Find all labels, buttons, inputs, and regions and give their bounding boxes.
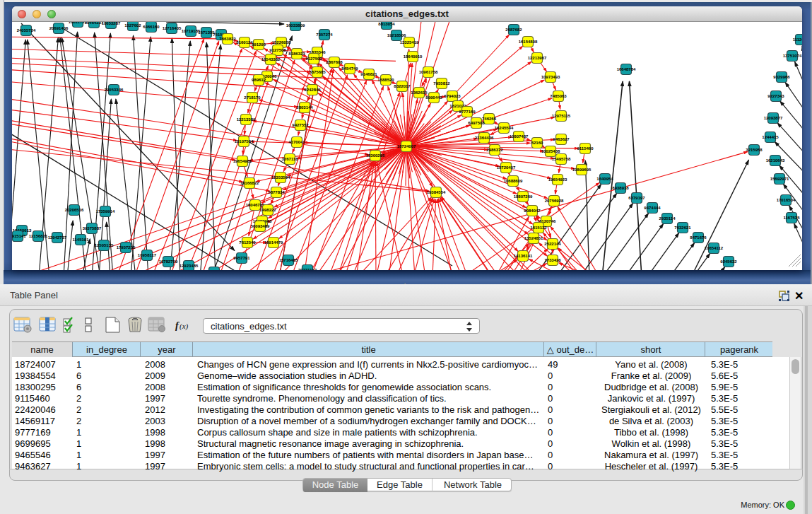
svg-text:19218506: 19218506 (387, 33, 406, 37)
svg-text:6497508: 6497508 (468, 121, 485, 125)
svg-text:8454749: 8454749 (341, 66, 358, 71)
svg-text:6466160: 6466160 (143, 25, 160, 29)
svg-text:9084047: 9084047 (524, 209, 541, 213)
svg-text:9227343: 9227343 (767, 94, 784, 98)
svg-text:2687682: 2687682 (505, 28, 522, 32)
svg-text:20756928: 20756928 (545, 199, 564, 203)
svg-text:7663822: 7663822 (219, 37, 236, 41)
svg-text:15720407: 15720407 (497, 165, 516, 170)
svg-text:1145191: 1145191 (72, 238, 89, 242)
svg-text:16046785: 16046785 (246, 203, 265, 207)
svg-text:16210643: 16210643 (766, 158, 785, 163)
svg-text:10025438: 10025438 (541, 149, 560, 153)
svg-text:16245544: 16245544 (495, 126, 514, 130)
svg-text:10107564: 10107564 (235, 139, 254, 144)
svg-text:9245632: 9245632 (720, 259, 737, 264)
svg-text:1640954: 1640954 (596, 177, 613, 181)
svg-text:18724007: 18724007 (397, 144, 416, 148)
svg-text:891295: 891295 (252, 42, 266, 47)
svg-text:9127508: 9127508 (269, 48, 286, 52)
svg-text:6379197: 6379197 (628, 196, 645, 200)
svg-text:9457791: 9457791 (233, 256, 250, 260)
svg-text:16033809: 16033809 (286, 23, 305, 28)
svg-text:62160: 62160 (531, 141, 543, 145)
svg-text:12353594: 12353594 (271, 175, 290, 180)
svg-text:15716485: 15716485 (279, 258, 298, 262)
svg-text:9242845: 9242845 (304, 88, 321, 92)
svg-text:1112413: 1112413 (793, 37, 802, 42)
svg-text:18807269: 18807269 (514, 194, 533, 199)
svg-text:1167535: 1167535 (783, 216, 800, 220)
svg-text:2867608: 2867608 (326, 60, 343, 64)
svg-text:3915141: 3915141 (12, 234, 26, 238)
svg-text:17359914: 17359914 (96, 209, 115, 214)
svg-text:9777169: 9777169 (459, 110, 476, 114)
svg-text:989612: 989612 (252, 78, 266, 82)
svg-text:21364436: 21364436 (475, 136, 494, 140)
svg-text:13524851: 13524851 (524, 236, 543, 240)
svg-text:10961758: 10961758 (419, 70, 438, 74)
svg-text:12942737: 12942737 (48, 235, 67, 240)
svg-text:7632621: 7632621 (674, 226, 691, 230)
svg-text:1527602: 1527602 (124, 23, 141, 28)
svg-text:4170041: 4170041 (288, 140, 305, 144)
svg-text:3875685: 3875685 (309, 70, 326, 74)
svg-text:10688609: 10688609 (504, 179, 523, 183)
svg-text:9329966: 9329966 (773, 75, 790, 79)
svg-text:16782759: 16782759 (159, 259, 178, 264)
svg-text:15226058: 15226058 (272, 40, 291, 45)
svg-text:16543382: 16543382 (261, 57, 281, 62)
svg-text:5877834: 5877834 (268, 190, 285, 194)
svg-text:12213967: 12213967 (528, 56, 547, 60)
svg-text:1733426: 1733426 (544, 258, 561, 262)
svg-text:2718170: 2718170 (244, 95, 261, 100)
svg-text:15692971: 15692971 (770, 177, 789, 181)
svg-text:1615132: 1615132 (530, 226, 547, 230)
svg-text:10654112: 10654112 (705, 246, 724, 250)
svg-text:9474444: 9474444 (644, 206, 661, 210)
svg-text:1244415: 1244415 (762, 135, 779, 139)
svg-text:2803144: 2803144 (296, 105, 313, 110)
svg-text:1588520: 1588520 (377, 78, 394, 82)
svg-text:10899695: 10899695 (572, 168, 592, 172)
svg-text:9115460: 9115460 (577, 146, 594, 151)
svg-text:12505135: 12505135 (95, 243, 114, 247)
svg-text:9127503: 9127503 (305, 57, 322, 61)
svg-text:15495758: 15495758 (552, 157, 571, 161)
svg-text:13751074: 13751074 (783, 54, 802, 58)
svg-text:9146821: 9146821 (360, 72, 377, 76)
svg-text:2935114: 2935114 (659, 216, 676, 221)
svg-text:20206516: 20206516 (65, 208, 84, 212)
svg-text:9463627: 9463627 (553, 137, 570, 141)
svg-text:19654985: 19654985 (233, 159, 252, 163)
svg-text:8990443: 8990443 (425, 95, 442, 100)
svg-text:7357274: 7357274 (316, 33, 333, 37)
svg-text:17016504: 17016504 (777, 198, 796, 202)
svg-text:24055724: 24055724 (17, 28, 36, 33)
svg-text:56093489: 56093489 (251, 224, 270, 228)
svg-text:7612540: 7612540 (239, 240, 256, 245)
svg-text:17957255: 17957255 (117, 245, 136, 250)
svg-text:3267110: 3267110 (281, 157, 298, 161)
svg-text:10653287: 10653287 (102, 22, 121, 25)
svg-text:12716405: 12716405 (163, 26, 182, 30)
svg-text:8471676: 8471676 (690, 235, 707, 240)
svg-text:10958117: 10958117 (138, 253, 157, 257)
svg-text:19384554: 19384554 (427, 190, 446, 194)
svg-text:18640910: 18640910 (404, 54, 423, 59)
svg-text:12213389: 12213389 (237, 117, 256, 122)
svg-text:12975115: 12975115 (552, 114, 571, 118)
svg-text:20231112: 20231112 (298, 268, 317, 270)
svg-text:12156821: 12156821 (29, 234, 48, 238)
svg-text:19166822: 19166822 (240, 181, 259, 185)
svg-text:20691406: 20691406 (49, 26, 69, 30)
svg-text:10973493: 10973493 (541, 75, 560, 79)
svg-text:(x): (x) (180, 322, 189, 331)
svg-text:16914479: 16914479 (264, 240, 283, 245)
svg-text:2986372: 2986372 (486, 148, 503, 152)
svg-text:12093877: 12093877 (764, 116, 783, 120)
svg-text:8186323: 8186323 (288, 52, 305, 56)
svg-text:1498222: 1498222 (259, 208, 276, 212)
svg-text:8938918: 8938918 (612, 186, 629, 190)
svg-text:14136141: 14136141 (514, 254, 533, 258)
